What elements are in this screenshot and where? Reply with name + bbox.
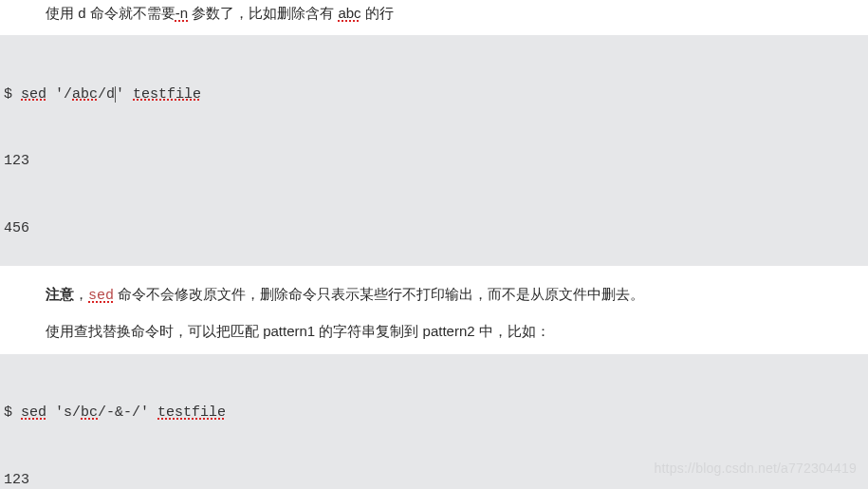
intro-seg3: 参数了，比如删除含有 (188, 5, 338, 21)
arg-tail: /-&-/' (98, 404, 157, 421)
paragraph-intro: 使用 d 命令就不需要-n 参数了，比如删除含有 abc 的行 (0, 0, 868, 26)
arg-head: 's/ (46, 404, 81, 421)
code-block-2: $ sed 's/bc/-&-/' testfile 123 a-bc- 456… (0, 354, 868, 490)
output-line: 123 (4, 150, 868, 173)
prompt: $ (4, 86, 21, 103)
arg-pat: abc (72, 86, 98, 103)
sed-keyword: sed (21, 404, 46, 421)
output-line: 456 (4, 217, 868, 240)
prompt: $ (4, 404, 21, 421)
note-label: 注意 (46, 286, 74, 302)
arg-head: '/ (46, 86, 72, 103)
intro-seg4: abc (338, 5, 360, 21)
para2-text: 使用查找替换命令时，可以把匹配 pattern1 的字符串复制到 pattern… (46, 323, 550, 339)
arg-file: testfile (157, 404, 226, 421)
note-seg2: 命令不会修改原文件，删除命令只表示某些行不打印输出，而不是从原文件中删去。 (114, 286, 644, 302)
sed-keyword: sed (88, 288, 114, 304)
note-seg1: ， (74, 286, 88, 302)
arg-pat: bc (81, 404, 98, 421)
intro-seg1: 使用 d 命令就不需要 (46, 5, 175, 21)
paragraph-note: 注意，sed 命令不会修改原文件，删除命令只表示某些行不打印输出，而不是从原文件… (0, 281, 868, 309)
intro-seg5: 的行 (361, 5, 394, 21)
output-line: 123 (4, 469, 868, 490)
arg-q: ' (116, 86, 133, 103)
arg-file: testfile (133, 86, 201, 103)
sed-keyword: sed (21, 86, 46, 103)
arg-mid: /d (98, 86, 115, 103)
intro-seg2: -n (175, 5, 188, 21)
code-block-1: $ sed '/abc/d' testfile 123 456 (0, 35, 868, 266)
paragraph-pattern-copy: 使用查找替换命令时，可以把匹配 pattern1 的字符串复制到 pattern… (0, 318, 868, 344)
